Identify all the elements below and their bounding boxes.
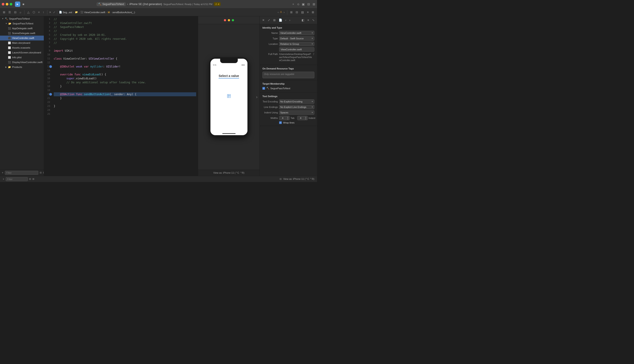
nav-next[interactable]: › bbox=[283, 10, 285, 14]
sidebar-item-displayvc[interactable]: ⬛ DisplayViewController.swift bbox=[0, 60, 44, 64]
line-num: 12 bbox=[44, 61, 50, 64]
name-select[interactable]: ViewController.swift ▼ bbox=[279, 31, 314, 35]
location-select[interactable]: Relative to Group ▼ bbox=[279, 42, 314, 46]
full-path-reveal-icon[interactable]: ⤴ bbox=[313, 53, 314, 56]
toolbar-separator1 bbox=[24, 10, 25, 14]
minimize-button[interactable] bbox=[6, 3, 8, 6]
library-button[interactable]: ⎋ bbox=[297, 2, 299, 6]
indent-using-select[interactable]: Spaces ▼ bbox=[279, 110, 314, 115]
sidebar-item-mainstoryboard[interactable]: ⬜ Main.storyboard bbox=[0, 40, 44, 45]
indent-value-input[interactable] bbox=[297, 116, 304, 120]
statusbar-filter[interactable] bbox=[6, 177, 28, 181]
indent-using-label: Indent Using bbox=[262, 111, 278, 114]
layout-button2[interactable]: ⊟ bbox=[307, 2, 310, 6]
sidebar-item-viewcontroller[interactable]: ⬛ ViewController.swift bbox=[0, 36, 44, 40]
traffic-lights[interactable] bbox=[2, 3, 12, 6]
maximize-button[interactable] bbox=[10, 3, 12, 6]
tab-stepper-buttons[interactable]: ▲ ▼ bbox=[286, 116, 290, 120]
inspector-nav-prev[interactable]: ‹ bbox=[285, 18, 287, 22]
breakpoint-indicator2 bbox=[49, 93, 52, 96]
inspector-help-icon[interactable]: ◧ bbox=[301, 18, 305, 22]
breadcrumb-method[interactable]: sendButtonAction(_:) bbox=[112, 11, 135, 14]
inspector-close-icon[interactable]: ✕ bbox=[262, 18, 265, 22]
toolbar-layout1[interactable]: ⊞ bbox=[289, 10, 294, 14]
toolbar-forward[interactable]: ⊟ bbox=[13, 10, 18, 14]
text-encoding-label: Text Encoding bbox=[262, 100, 278, 103]
code-editor[interactable]: 1 2 3 4 5 6 7 8 9 10 11 12 13 14 15 16 1… bbox=[44, 16, 198, 176]
on-demand-tags-field[interactable]: Only resources are taggable bbox=[262, 72, 314, 78]
add-button[interactable]: ＋ bbox=[292, 2, 295, 6]
stop-button[interactable]: ■ bbox=[23, 2, 24, 6]
toolbar-breakpoints[interactable]: ⬡ bbox=[32, 10, 36, 14]
sidebar-group[interactable]: ▼ 📂 SeguePassToNext bbox=[0, 21, 44, 26]
breadcrumb-file[interactable]: 📄 Seg...ext bbox=[59, 11, 72, 14]
add-sidebar-item[interactable]: + bbox=[2, 171, 4, 174]
indent-stepper-buttons[interactable]: ▲ ▼ bbox=[304, 116, 308, 120]
statusbar-grid-icon[interactable]: ⊟ bbox=[29, 178, 31, 180]
code-area[interactable]: // // ViewController.swift // SeguePassT… bbox=[52, 16, 198, 176]
type-select[interactable]: Default - Swift Source ▼ bbox=[279, 36, 314, 41]
close-editor[interactable]: ✕ bbox=[49, 11, 51, 14]
toolbar-inspector3[interactable]: ⊞ bbox=[311, 10, 315, 14]
editor-content[interactable]: 1 2 3 4 5 6 7 8 9 10 11 12 13 14 15 16 1… bbox=[44, 16, 198, 176]
toolbar-layout2[interactable]: ⊟ bbox=[295, 10, 299, 14]
inspector-pin-icon[interactable]: ≡ bbox=[307, 18, 310, 22]
inspector-file-icon[interactable]: 📄 bbox=[278, 18, 283, 22]
layout-button3[interactable]: ⊞ bbox=[313, 2, 315, 6]
sidebar-item-assets[interactable]: ⬜ Assets.xcassets bbox=[0, 45, 44, 50]
warning-badge[interactable]: ⚠ 4 bbox=[214, 2, 221, 6]
nav-prev[interactable]: ‹ bbox=[277, 10, 279, 14]
toolbar-back2[interactable]: △ bbox=[26, 10, 31, 14]
phone-send-button[interactable]: Send Value bbox=[222, 136, 235, 136]
toolbar-search[interactable]: ⌕ bbox=[19, 10, 23, 14]
tab-increment[interactable]: ▲ bbox=[286, 116, 290, 118]
sidebar-products[interactable]: ▶ 📁 Products bbox=[0, 64, 44, 70]
layout-button1[interactable]: ▣ bbox=[302, 2, 305, 6]
toolbar-inspector2[interactable]: ≡ bbox=[306, 10, 310, 14]
close-button[interactable] bbox=[2, 3, 5, 6]
breadcrumb-sep1: › bbox=[73, 11, 74, 14]
breadcrumb-folder[interactable]: 📁 bbox=[75, 11, 78, 14]
indent-decrement[interactable]: ▼ bbox=[304, 118, 308, 120]
filename-field[interactable]: ViewController.swift bbox=[279, 47, 314, 52]
breadcrumb-viewcontroller[interactable]: ⬛ ViewController.swift bbox=[80, 11, 105, 14]
target-checkbox[interactable]: ✓ bbox=[262, 87, 265, 90]
tab-decrement[interactable]: ▼ bbox=[286, 118, 290, 120]
inspector-extra-icon[interactable]: ⤡ bbox=[312, 18, 315, 22]
sidebar-options[interactable]: ⊟ bbox=[40, 171, 42, 174]
sidebar-item-appdelegate[interactable]: ⬛ AppDelegate.swift bbox=[0, 26, 44, 31]
expand-editor[interactable]: ⤢ bbox=[53, 11, 55, 14]
breadcrumb-method-type[interactable]: M bbox=[108, 11, 110, 14]
device-name[interactable]: iPhone SE (2nd generation) bbox=[129, 3, 162, 6]
play-button[interactable]: ▶ bbox=[15, 2, 20, 7]
indent-stepper-control[interactable]: ▲ ▼ bbox=[297, 116, 308, 120]
view-as-label[interactable]: View as: iPhone 11 (⌃C ⌃R) bbox=[213, 172, 244, 174]
filter-input[interactable] bbox=[5, 171, 38, 175]
toolbar-inspector1[interactable]: ▤ bbox=[300, 10, 305, 14]
sidebar-item-plist[interactable]: ⬜ Info.plist bbox=[0, 55, 44, 60]
inspector-nav-next[interactable]: › bbox=[289, 18, 291, 22]
toolbar-back[interactable]: ☰ bbox=[7, 10, 12, 14]
wrap-checkbox[interactable]: ✓ bbox=[279, 121, 282, 124]
toolbar-home[interactable]: ⊞ bbox=[2, 10, 7, 14]
line-num: 10 bbox=[44, 53, 50, 57]
sidebar-root[interactable]: ▼ 🔨 SeguePassToNext bbox=[0, 16, 44, 21]
phone-battery: ●●● bbox=[242, 64, 245, 66]
statusbar-view-label[interactable]: View as: iPhone 11 (⌃C ⌃R) bbox=[283, 178, 314, 180]
line-endings-select[interactable]: No Explicit Line Endings ▼ bbox=[279, 105, 314, 109]
breakpoint-indicator bbox=[49, 65, 52, 68]
statusbar-list-icon[interactable]: ⊞ bbox=[32, 178, 34, 180]
inspector-layout-icon[interactable]: ⊞ bbox=[273, 18, 276, 22]
toolbar-share[interactable]: ↑ bbox=[42, 10, 45, 14]
statusbar-add[interactable]: + bbox=[3, 178, 5, 181]
sidebar-item-scenedelegate[interactable]: ⬛ SceneDelegate.swift bbox=[0, 31, 44, 36]
tab-stepper-control[interactable]: ▲ ▼ bbox=[279, 116, 290, 120]
inspector-expand-icon[interactable]: ⤢ bbox=[267, 18, 271, 22]
nav-arrows[interactable]: ‹ ⚠ › bbox=[277, 10, 285, 14]
text-encoding-select[interactable]: No Explicit Encoding ▼ bbox=[279, 99, 314, 104]
sidebar-item-launchscreen[interactable]: ⬜ LaunchScreen.storyboard bbox=[0, 50, 44, 55]
toolbar-debug[interactable]: ⌗ bbox=[37, 10, 41, 15]
indent-increment[interactable]: ▲ bbox=[304, 116, 308, 118]
tab-value-input[interactable] bbox=[279, 116, 286, 120]
line-num: 6 bbox=[44, 37, 50, 41]
